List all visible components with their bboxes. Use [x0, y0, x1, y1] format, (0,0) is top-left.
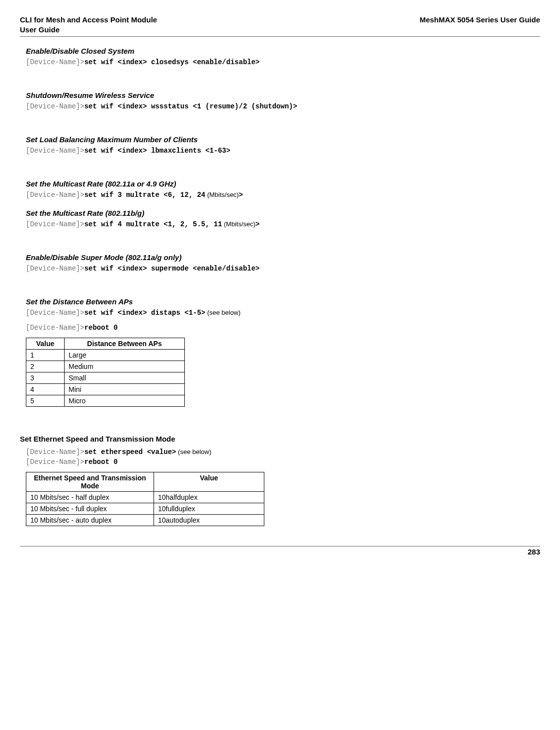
- header-left-line1: CLI for Mesh and Access Point Module: [20, 15, 157, 24]
- table-row: 2Medium: [26, 361, 185, 372]
- table-row: 10 Mbits/sec - auto duplex10autoduplex: [26, 515, 264, 526]
- code-multicast-a: [Device-Name]>set wif 3 multrate <6, 12,…: [26, 191, 540, 199]
- cell-value: 10fullduplex: [154, 503, 264, 515]
- code-super-mode: [Device-Name]>set wif <index> supermode …: [26, 265, 540, 273]
- cmd-part: set wif 3 multrate <6, 12, 24: [84, 191, 206, 199]
- heading-multicast-a: Set the Multicast Rate (802.11a or 4.9 G…: [26, 180, 540, 188]
- note: (see below): [176, 448, 211, 456]
- cell-value: 10halfduplex: [154, 492, 264, 503]
- heading-shutdown-resume: Shutdown/Resume Wireless Service: [26, 91, 540, 99]
- table-row: 1Large: [26, 350, 185, 361]
- prompt: [Device-Name]>: [26, 147, 84, 155]
- code-distance-aps-1: [Device-Name]>set wif <index> distaps <1…: [26, 309, 540, 317]
- table-row: 5Micro: [26, 395, 185, 407]
- cmd: set wif <index> closedsys <enable/disabl…: [84, 58, 260, 66]
- cell-value: 10autoduplex: [154, 515, 264, 526]
- th-value: Value: [154, 472, 264, 492]
- table-header-row: Value Distance Between APs: [26, 338, 185, 350]
- cell-distance: Micro: [65, 395, 185, 407]
- cell-mode: 10 Mbits/sec - auto duplex: [26, 515, 154, 526]
- cell-value: 2: [26, 361, 65, 372]
- code-distance-aps-2: [Device-Name]>reboot 0: [26, 324, 540, 332]
- note: (see below): [205, 309, 240, 316]
- header-bar: CLI for Mesh and Access Point Module Use…: [20, 15, 540, 37]
- table-row: 10 Mbits/sec - half duplex10halfduplex: [26, 492, 264, 503]
- code-multicast-bg: [Device-Name]>set wif 4 multrate <1, 2, …: [26, 220, 540, 228]
- heading-super-mode: Enable/Disable Super Mode (802.11a/g onl…: [26, 253, 540, 262]
- note: (Mbits/sec): [205, 191, 239, 198]
- cell-distance: Small: [65, 372, 185, 384]
- th-value: Value: [26, 338, 65, 350]
- header-right: MeshMAX 5054 Series User Guide: [419, 15, 540, 25]
- table-header-row: Ethernet Speed and Transmission Mode Val…: [26, 472, 264, 492]
- prompt: [Device-Name]>: [26, 102, 84, 110]
- prompt: [Device-Name]>: [26, 448, 84, 456]
- code-shutdown-resume: [Device-Name]>set wif <index> wssstatus …: [26, 102, 540, 110]
- footer: 283: [20, 546, 540, 556]
- page-number: 283: [528, 548, 540, 556]
- prompt: [Device-Name]>: [26, 58, 84, 66]
- cmd-end: >: [255, 220, 259, 228]
- prompt: [Device-Name]>: [26, 309, 84, 317]
- code-closed-system: [Device-Name]>set wif <index> closedsys …: [26, 58, 540, 66]
- heading-closed-system: Enable/Disable Closed System: [26, 47, 540, 55]
- code-ethernet-2: [Device-Name]>reboot 0: [26, 458, 540, 466]
- table-ethernet-speed: Ethernet Speed and Transmission Mode Val…: [26, 472, 264, 526]
- cmd: reboot 0: [84, 458, 118, 466]
- prompt: [Device-Name]>: [26, 191, 84, 199]
- cell-distance: Large: [65, 350, 185, 361]
- heading-distance-aps: Set the Distance Between APs: [26, 297, 540, 306]
- header-left: CLI for Mesh and Access Point Module Use…: [20, 15, 157, 34]
- cmd: set wif <index> lbmaxclients <1-63>: [84, 147, 231, 155]
- cell-value: 1: [26, 350, 65, 361]
- cmd: set wif <index> distaps <1-5>: [84, 309, 206, 317]
- header-left-line2: User Guide: [20, 25, 60, 34]
- heading-load-balancing: Set Load Balancing Maximum Number of Cli…: [26, 135, 540, 144]
- cmd: reboot 0: [84, 324, 118, 332]
- table-row: 10 Mbits/sec - full duplex10fullduplex: [26, 503, 264, 515]
- cmd: set wif <index> supermode <enable/disabl…: [84, 265, 260, 273]
- cmd: set etherspeed <value>: [84, 448, 176, 456]
- cell-value: 4: [26, 384, 65, 395]
- code-ethernet-1: [Device-Name]>set etherspeed <value> (se…: [26, 448, 540, 456]
- cell-mode: 10 Mbits/sec - half duplex: [26, 492, 154, 503]
- prompt: [Device-Name]>: [26, 458, 84, 466]
- heading-ethernet-speed: Set Ethernet Speed and Transmission Mode: [20, 435, 540, 443]
- prompt: [Device-Name]>: [26, 220, 84, 228]
- code-load-balancing: [Device-Name]>set wif <index> lbmaxclien…: [26, 147, 540, 155]
- th-distance: Distance Between APs: [65, 338, 185, 350]
- prompt: [Device-Name]>: [26, 265, 84, 273]
- th-mode: Ethernet Speed and Transmission Mode: [26, 472, 154, 492]
- table-row: 3Small: [26, 372, 185, 384]
- cmd: set wif <index> wssstatus <1 (resume)/2 …: [84, 102, 297, 110]
- cell-distance: Medium: [65, 361, 185, 372]
- cell-value: 5: [26, 395, 65, 407]
- cell-mode: 10 Mbits/sec - full duplex: [26, 503, 154, 515]
- cmd-end: >: [239, 191, 242, 199]
- prompt: [Device-Name]>: [26, 324, 84, 332]
- cell-distance: Mini: [65, 384, 185, 395]
- table-distance-aps: Value Distance Between APs 1Large 2Mediu…: [26, 338, 185, 407]
- table-row: 4Mini: [26, 384, 185, 395]
- heading-multicast-bg: Set the Multicast Rate (802.11b/g): [26, 209, 540, 217]
- cell-value: 3: [26, 372, 65, 384]
- note: (Mbits/sec): [222, 220, 255, 228]
- cmd-part: set wif 4 multrate <1, 2, 5.5, 11: [84, 220, 222, 228]
